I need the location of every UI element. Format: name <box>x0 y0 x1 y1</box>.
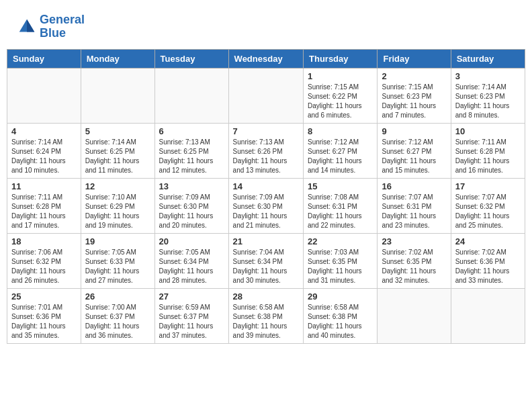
day-info: Sunrise: 7:14 AMSunset: 6:25 PMDaylight:… <box>85 138 150 175</box>
day-info: Sunrise: 7:06 AMSunset: 6:32 PMDaylight:… <box>11 248 77 285</box>
weekday-header-sunday: Sunday <box>7 49 81 68</box>
logo: General Blue <box>17 13 85 40</box>
day-number: 11 <box>11 181 77 191</box>
day-number: 24 <box>455 236 521 246</box>
calendar-cell <box>451 288 525 343</box>
day-number: 14 <box>233 181 299 191</box>
logo-icon <box>17 17 37 37</box>
calendar-cell: 11Sunrise: 7:11 AMSunset: 6:28 PMDayligh… <box>7 178 81 233</box>
calendar-cell: 18Sunrise: 7:06 AMSunset: 6:32 PMDayligh… <box>7 233 81 288</box>
calendar-cell <box>81 68 154 123</box>
weekday-header-monday: Monday <box>81 49 154 68</box>
day-number: 9 <box>382 126 446 136</box>
day-number: 20 <box>159 236 224 246</box>
day-number: 3 <box>455 71 521 81</box>
day-number: 23 <box>382 236 446 246</box>
day-info: Sunrise: 6:58 AMSunset: 6:38 PMDaylight:… <box>308 303 373 340</box>
calendar-week-row: 11Sunrise: 7:11 AMSunset: 6:28 PMDayligh… <box>7 178 525 233</box>
calendar-cell: 22Sunrise: 7:03 AMSunset: 6:35 PMDayligh… <box>304 233 378 288</box>
calendar-cell: 12Sunrise: 7:10 AMSunset: 6:29 PMDayligh… <box>81 178 154 233</box>
day-number: 22 <box>308 236 373 246</box>
day-number: 7 <box>233 126 299 136</box>
weekday-header-thursday: Thursday <box>304 49 378 68</box>
day-number: 4 <box>11 126 77 136</box>
calendar-cell: 1Sunrise: 7:15 AMSunset: 6:22 PMDaylight… <box>304 68 378 123</box>
calendar-cell: 17Sunrise: 7:07 AMSunset: 6:32 PMDayligh… <box>451 178 525 233</box>
calendar-cell: 6Sunrise: 7:13 AMSunset: 6:25 PMDaylight… <box>154 123 228 178</box>
day-number: 29 <box>308 291 373 302</box>
day-info: Sunrise: 6:59 AMSunset: 6:37 PMDaylight:… <box>159 303 224 340</box>
calendar-week-row: 1Sunrise: 7:15 AMSunset: 6:22 PMDaylight… <box>7 68 525 123</box>
day-info: Sunrise: 7:10 AMSunset: 6:29 PMDaylight:… <box>85 193 150 230</box>
svg-marker-1 <box>27 19 34 32</box>
calendar-cell: 10Sunrise: 7:11 AMSunset: 6:28 PMDayligh… <box>451 123 525 178</box>
calendar-cell: 3Sunrise: 7:14 AMSunset: 6:23 PMDaylight… <box>451 68 525 123</box>
day-number: 10 <box>455 126 521 136</box>
calendar-cell: 26Sunrise: 7:00 AMSunset: 6:37 PMDayligh… <box>81 288 154 343</box>
day-info: Sunrise: 7:14 AMSunset: 6:24 PMDaylight:… <box>11 138 77 175</box>
calendar-cell: 21Sunrise: 7:04 AMSunset: 6:34 PMDayligh… <box>228 233 303 288</box>
calendar-cell: 25Sunrise: 7:01 AMSunset: 6:36 PMDayligh… <box>7 288 81 343</box>
logo-text: General Blue <box>40 13 85 40</box>
calendar-cell: 8Sunrise: 7:12 AMSunset: 6:27 PMDaylight… <box>304 123 378 178</box>
day-info: Sunrise: 7:15 AMSunset: 6:23 PMDaylight:… <box>382 83 446 120</box>
calendar-cell: 29Sunrise: 6:58 AMSunset: 6:38 PMDayligh… <box>304 288 378 343</box>
day-number: 16 <box>382 181 446 191</box>
day-number: 25 <box>11 291 77 302</box>
day-info: Sunrise: 7:05 AMSunset: 6:33 PMDaylight:… <box>85 248 150 285</box>
day-number: 17 <box>455 181 521 191</box>
day-info: Sunrise: 7:02 AMSunset: 6:36 PMDaylight:… <box>455 248 521 285</box>
day-number: 15 <box>308 181 373 191</box>
day-info: Sunrise: 7:09 AMSunset: 6:30 PMDaylight:… <box>159 193 224 230</box>
day-info: Sunrise: 7:12 AMSunset: 6:27 PMDaylight:… <box>382 138 446 175</box>
day-info: Sunrise: 7:07 AMSunset: 6:32 PMDaylight:… <box>455 193 521 230</box>
calendar-table: SundayMondayTuesdayWednesdayThursdayFrid… <box>7 49 525 344</box>
day-info: Sunrise: 7:05 AMSunset: 6:34 PMDaylight:… <box>159 248 224 285</box>
calendar-cell: 5Sunrise: 7:14 AMSunset: 6:25 PMDaylight… <box>81 123 154 178</box>
calendar-cell: 15Sunrise: 7:08 AMSunset: 6:31 PMDayligh… <box>304 178 378 233</box>
day-info: Sunrise: 7:04 AMSunset: 6:34 PMDaylight:… <box>233 248 299 285</box>
calendar-cell: 16Sunrise: 7:07 AMSunset: 6:31 PMDayligh… <box>378 178 451 233</box>
weekday-header-friday: Friday <box>378 49 451 68</box>
day-info: Sunrise: 7:00 AMSunset: 6:37 PMDaylight:… <box>85 303 150 340</box>
calendar-cell <box>7 68 81 123</box>
day-info: Sunrise: 7:09 AMSunset: 6:30 PMDaylight:… <box>233 193 299 230</box>
calendar-cell: 20Sunrise: 7:05 AMSunset: 6:34 PMDayligh… <box>154 233 228 288</box>
day-number: 6 <box>159 126 224 136</box>
day-info: Sunrise: 7:12 AMSunset: 6:27 PMDaylight:… <box>308 138 373 175</box>
day-info: Sunrise: 7:08 AMSunset: 6:31 PMDaylight:… <box>308 193 373 230</box>
day-number: 1 <box>308 71 373 81</box>
calendar-cell: 4Sunrise: 7:14 AMSunset: 6:24 PMDaylight… <box>7 123 81 178</box>
calendar-cell: 27Sunrise: 6:59 AMSunset: 6:37 PMDayligh… <box>154 288 228 343</box>
day-info: Sunrise: 7:14 AMSunset: 6:23 PMDaylight:… <box>455 83 521 120</box>
calendar-cell: 24Sunrise: 7:02 AMSunset: 6:36 PMDayligh… <box>451 233 525 288</box>
day-info: Sunrise: 7:11 AMSunset: 6:28 PMDaylight:… <box>11 193 77 230</box>
calendar-cell: 7Sunrise: 7:13 AMSunset: 6:26 PMDaylight… <box>228 123 303 178</box>
day-info: Sunrise: 7:01 AMSunset: 6:36 PMDaylight:… <box>11 303 77 340</box>
calendar-cell: 2Sunrise: 7:15 AMSunset: 6:23 PMDaylight… <box>378 68 451 123</box>
day-number: 12 <box>85 181 150 191</box>
calendar-week-row: 18Sunrise: 7:06 AMSunset: 6:32 PMDayligh… <box>7 233 525 288</box>
weekday-header-saturday: Saturday <box>451 49 525 68</box>
calendar-cell <box>154 68 228 123</box>
day-number: 21 <box>233 236 299 246</box>
day-info: Sunrise: 6:58 AMSunset: 6:38 PMDaylight:… <box>233 303 299 340</box>
day-number: 28 <box>233 291 299 302</box>
day-number: 8 <box>308 126 373 136</box>
weekday-header-wednesday: Wednesday <box>228 49 303 68</box>
day-number: 27 <box>159 291 224 302</box>
page-header: General Blue <box>7 7 525 44</box>
calendar-week-row: 4Sunrise: 7:14 AMSunset: 6:24 PMDaylight… <box>7 123 525 178</box>
calendar-cell: 19Sunrise: 7:05 AMSunset: 6:33 PMDayligh… <box>81 233 154 288</box>
day-info: Sunrise: 7:15 AMSunset: 6:22 PMDaylight:… <box>308 83 373 120</box>
day-number: 19 <box>85 236 150 246</box>
calendar-cell: 9Sunrise: 7:12 AMSunset: 6:27 PMDaylight… <box>378 123 451 178</box>
day-info: Sunrise: 7:13 AMSunset: 6:25 PMDaylight:… <box>159 138 224 175</box>
calendar-cell: 13Sunrise: 7:09 AMSunset: 6:30 PMDayligh… <box>154 178 228 233</box>
day-number: 26 <box>85 291 150 302</box>
day-info: Sunrise: 7:11 AMSunset: 6:28 PMDaylight:… <box>455 138 521 175</box>
calendar-cell: 14Sunrise: 7:09 AMSunset: 6:30 PMDayligh… <box>228 178 303 233</box>
day-number: 13 <box>159 181 224 191</box>
calendar-cell <box>228 68 303 123</box>
day-number: 5 <box>85 126 150 136</box>
